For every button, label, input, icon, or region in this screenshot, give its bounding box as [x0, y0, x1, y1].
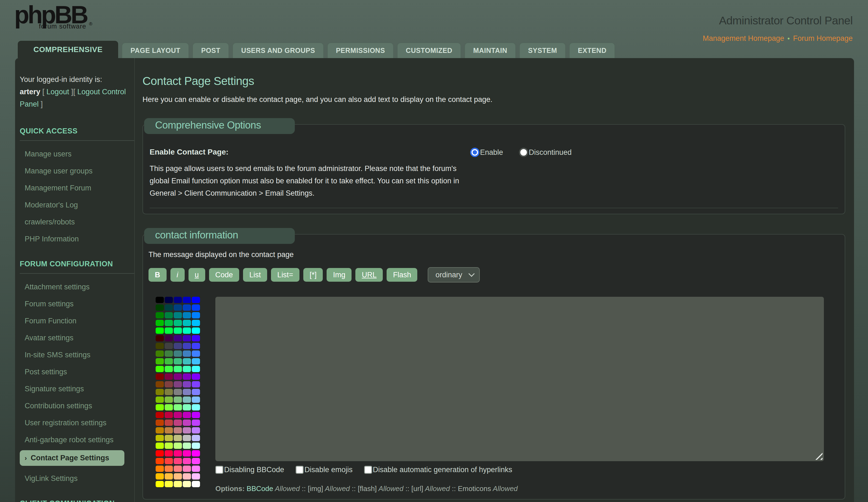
color-swatch-00bf40[interactable]	[165, 320, 173, 326]
color-swatch-8040bf[interactable]	[183, 381, 191, 388]
radio-enable[interactable]: Enable	[470, 148, 503, 157]
color-swatch-00bf80[interactable]	[174, 320, 182, 326]
color-swatch-00bfff[interactable]	[192, 320, 200, 326]
color-swatch-bfffbf[interactable]	[183, 442, 191, 449]
radio-discontinued[interactable]: Discontinued	[519, 148, 571, 157]
color-swatch-0080ff[interactable]	[192, 312, 200, 318]
color-swatch-ff40bf[interactable]	[183, 458, 191, 464]
color-swatch-bf8080[interactable]	[174, 427, 182, 433]
sidebar-item-user-registration-settings[interactable]: User registration settings	[25, 418, 134, 427]
color-swatch-800040[interactable]	[165, 373, 173, 380]
color-swatch-404040[interactable]	[165, 343, 173, 349]
color-swatch-80ff00[interactable]	[156, 404, 164, 410]
color-swatch-008080[interactable]	[174, 312, 182, 318]
color-swatch-bf0080[interactable]	[174, 412, 182, 418]
sidebar-item-manage-users[interactable]: Manage users	[25, 150, 134, 158]
color-swatch-ff4000[interactable]	[156, 458, 164, 464]
color-swatch-408000[interactable]	[156, 350, 164, 357]
color-swatch-000080[interactable]	[174, 297, 182, 303]
color-swatch-4080bf[interactable]	[183, 350, 191, 357]
color-swatch-ff4080[interactable]	[174, 458, 182, 464]
color-swatch-ff80bf[interactable]	[183, 465, 191, 472]
color-swatch-ffbf00[interactable]	[156, 473, 164, 480]
color-swatch-00ff40[interactable]	[165, 327, 173, 334]
color-swatch-80ffbf[interactable]	[183, 404, 191, 410]
bbcode-flash-button[interactable]: Flash	[386, 268, 417, 282]
tab-permissions[interactable]: PERMISSIONS	[328, 43, 393, 58]
color-swatch-000000[interactable]	[156, 297, 164, 303]
tab-extend[interactable]: EXTEND	[569, 43, 615, 58]
color-swatch-bfff80[interactable]	[174, 442, 182, 449]
color-swatch-ffbf40[interactable]	[165, 473, 173, 480]
color-swatch-408040[interactable]	[165, 350, 173, 357]
color-swatch-80ff40[interactable]	[165, 404, 173, 410]
tab-users-and-groups[interactable]: USERS AND GROUPS	[232, 43, 323, 58]
checkbox-disable-automatic-generation-of-hyperlinks[interactable]: Disable automatic generation of hyperlin…	[364, 465, 513, 474]
sidebar-item-contribution-settings[interactable]: Contribution settings	[25, 401, 134, 410]
logout-link[interactable]: Logout	[46, 88, 69, 96]
color-swatch-008000[interactable]	[156, 312, 164, 318]
color-swatch-00ffbf[interactable]	[183, 327, 191, 334]
color-swatch-400080[interactable]	[174, 335, 182, 341]
bbcode-u-button[interactable]: u	[188, 268, 205, 282]
color-swatch-ffbfff[interactable]	[192, 473, 200, 480]
color-swatch-ff40ff[interactable]	[192, 458, 200, 464]
color-swatch-4000ff[interactable]	[192, 335, 200, 341]
color-swatch-bf4040[interactable]	[165, 420, 173, 426]
color-swatch-bf00ff[interactable]	[192, 412, 200, 418]
color-swatch-004080[interactable]	[174, 305, 182, 311]
color-swatch-00bfbf[interactable]	[183, 320, 191, 326]
color-swatch-bf4080[interactable]	[174, 420, 182, 426]
sidebar-item-avatar-settings[interactable]: Avatar settings	[25, 334, 134, 342]
tab-maintain[interactable]: MAINTAIN	[465, 43, 516, 58]
color-swatch-bfff00[interactable]	[156, 442, 164, 449]
color-swatch-bfffff[interactable]	[192, 442, 200, 449]
color-swatch-ffbfbf[interactable]	[183, 473, 191, 480]
color-swatch-ff8000[interactable]	[156, 465, 164, 472]
color-swatch-80bfbf[interactable]	[183, 397, 191, 403]
color-swatch-8080ff[interactable]	[192, 389, 200, 395]
color-swatch-bf0040[interactable]	[165, 412, 173, 418]
tab-comprehensive[interactable]: COMPREHENSIVE	[18, 41, 118, 58]
color-swatch-bf80bf[interactable]	[183, 427, 191, 433]
color-swatch-00ff80[interactable]	[174, 327, 182, 334]
color-swatch-40ff40[interactable]	[165, 366, 173, 372]
color-swatch-bfbfff[interactable]	[192, 435, 200, 441]
color-swatch-00ffff[interactable]	[192, 327, 200, 334]
color-swatch-bf40ff[interactable]	[192, 420, 200, 426]
color-swatch-bf80ff[interactable]	[192, 427, 200, 433]
color-swatch-0040bf[interactable]	[183, 305, 191, 311]
color-swatch-0080bf[interactable]	[183, 312, 191, 318]
color-swatch-004040[interactable]	[165, 305, 173, 311]
color-swatch-80bf00[interactable]	[156, 397, 164, 403]
sidebar-item-management-forum[interactable]: Management Forum	[25, 184, 134, 192]
color-swatch-00bf00[interactable]	[156, 320, 164, 326]
bbcode-code-button[interactable]: Code	[209, 268, 239, 282]
color-swatch-804080[interactable]	[174, 381, 182, 388]
color-swatch-808040[interactable]	[165, 389, 173, 395]
tab-customized[interactable]: CUSTOMIZED	[397, 43, 461, 58]
color-swatch-808080[interactable]	[174, 389, 182, 395]
color-swatch-ff0040[interactable]	[165, 450, 173, 457]
sidebar-item-moderator-s-log[interactable]: Moderator's Log	[25, 201, 134, 209]
bbcode-i-button[interactable]: i	[170, 268, 185, 282]
color-swatch-ff0080[interactable]	[174, 450, 182, 457]
color-swatch-408080[interactable]	[174, 350, 182, 357]
tab-system[interactable]: SYSTEM	[519, 43, 566, 58]
color-swatch-008040[interactable]	[165, 312, 173, 318]
color-swatch-bfff40[interactable]	[165, 442, 173, 449]
color-swatch-80bf80[interactable]	[174, 397, 182, 403]
color-swatch-0000ff[interactable]	[192, 297, 200, 303]
color-swatch-4040bf[interactable]	[183, 343, 191, 349]
color-swatch-40ffff[interactable]	[192, 366, 200, 372]
bbcode-list-button[interactable]: List	[243, 268, 267, 282]
sidebar-item-viglink-settings[interactable]: VigLink Settings	[25, 474, 134, 483]
color-swatch-bfbfbf[interactable]	[183, 435, 191, 441]
color-swatch-8000ff[interactable]	[192, 373, 200, 380]
color-swatch-00ff00[interactable]	[156, 327, 164, 334]
color-swatch-4000bf[interactable]	[183, 335, 191, 341]
color-swatch-804000[interactable]	[156, 381, 164, 388]
color-swatch-404080[interactable]	[174, 343, 182, 349]
sidebar-item-post-settings[interactable]: Post settings	[25, 368, 134, 376]
checkbox-disable-emojis[interactable]: Disable emojis	[296, 465, 353, 474]
